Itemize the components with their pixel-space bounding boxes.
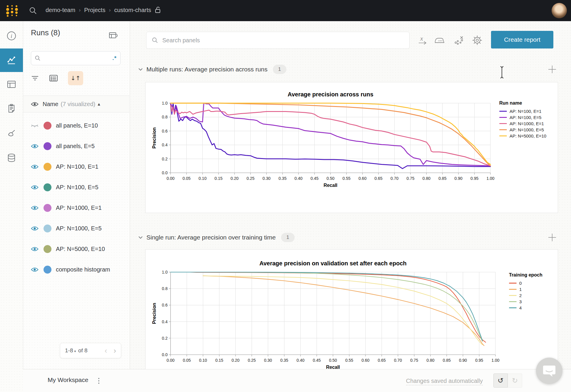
visibility-on-icon[interactable] bbox=[31, 247, 39, 252]
breadcrumb-projects[interactable]: Projects bbox=[84, 7, 105, 14]
run-row[interactable]: AP: N=1000, E=5 bbox=[23, 218, 129, 239]
support-chat-button[interactable] bbox=[536, 358, 562, 384]
visibility-on-icon[interactable] bbox=[31, 226, 39, 231]
search-icon bbox=[35, 55, 41, 61]
run-name: AP: N=5000, E=10 bbox=[56, 246, 105, 252]
sidebar-item-tables[interactable] bbox=[0, 75, 23, 94]
next-page-button[interactable]: › bbox=[113, 346, 116, 355]
panel-search-input[interactable] bbox=[162, 37, 404, 44]
visibility-off-icon[interactable] bbox=[31, 123, 39, 128]
breadcrumb-project-name[interactable]: custom-charts bbox=[114, 7, 151, 14]
breadcrumb-team[interactable]: demo-team bbox=[46, 7, 75, 14]
run-name: all panels, E=5 bbox=[56, 143, 95, 150]
run-row[interactable]: AP: N=1000, E=1 bbox=[23, 197, 129, 218]
redo-button[interactable]: ↻ bbox=[508, 373, 522, 388]
legend-label: 2 bbox=[519, 293, 522, 298]
add-panel-button[interactable] bbox=[547, 65, 557, 74]
visibility-on-icon[interactable] bbox=[31, 205, 39, 210]
series-line bbox=[183, 272, 486, 342]
chevron-down-icon[interactable] bbox=[138, 234, 143, 240]
expand-runs-table-button[interactable] bbox=[109, 32, 118, 39]
sort-ascending-icon: ▲ bbox=[98, 102, 100, 106]
wandb-dots-icon bbox=[5, 4, 19, 17]
svg-text:0.2: 0.2 bbox=[162, 336, 168, 341]
group-button[interactable] bbox=[49, 75, 58, 82]
undo-redo-group: ↺ ↻ bbox=[493, 373, 522, 388]
chart-panel-average-precision-across-runs[interactable]: Average precision across runs 0.000.050.… bbox=[145, 82, 558, 213]
legend-item: AP: N=100, E=5 bbox=[499, 114, 546, 120]
tick-labels: 0.000.050.100.150.200.250.300.350.400.45… bbox=[162, 101, 495, 181]
svg-text:0.25: 0.25 bbox=[246, 176, 254, 181]
chevron-down-icon[interactable] bbox=[138, 66, 143, 72]
wandb-logo[interactable] bbox=[5, 4, 19, 19]
svg-text:0.05: 0.05 bbox=[183, 176, 191, 181]
svg-text:1.00: 1.00 bbox=[486, 176, 494, 181]
iron-icon bbox=[434, 35, 445, 45]
legend-item: 1 bbox=[509, 286, 542, 292]
chart-legend: Run name AP: N=100, E=1AP: N=100, E=5AP:… bbox=[499, 100, 546, 139]
run-row[interactable]: AP: N=100, E=5 bbox=[23, 177, 129, 197]
legend-swatch bbox=[509, 295, 517, 296]
visibility-on-icon[interactable] bbox=[31, 144, 39, 149]
svg-text:0.25: 0.25 bbox=[248, 358, 256, 363]
section-title: Single run: Average precision over train… bbox=[146, 234, 276, 241]
legend-label: AP: N=100, E=5 bbox=[510, 115, 541, 120]
sort-button[interactable]: ↓↑ bbox=[68, 71, 83, 85]
run-row[interactable]: all panels, E=5 bbox=[23, 136, 129, 156]
legend-item: AP: N=1000, E=5 bbox=[499, 127, 546, 133]
x-axis-settings-button[interactable]: x bbox=[416, 33, 429, 47]
runs-name-column-header[interactable]: Name (7 visualized) ▲ bbox=[23, 96, 129, 113]
legend-label: AP: N=1000, E=1 bbox=[510, 121, 544, 126]
svg-text:1.0: 1.0 bbox=[162, 270, 168, 274]
svg-text:0.45: 0.45 bbox=[310, 176, 318, 181]
add-panel-button[interactable] bbox=[547, 233, 557, 242]
sidebar-item-overview[interactable]: i bbox=[0, 26, 23, 45]
run-color-dot bbox=[44, 183, 51, 191]
svg-text:0.55: 0.55 bbox=[343, 176, 350, 181]
outliers-settings-button[interactable] bbox=[452, 33, 466, 47]
run-row[interactable]: AP: N=100, E=1 bbox=[23, 156, 129, 177]
svg-text:0.90: 0.90 bbox=[455, 176, 463, 181]
sidebar-item-artifacts[interactable] bbox=[0, 148, 23, 167]
sidebar-item-sweeps[interactable] bbox=[0, 124, 23, 143]
svg-text:0.75: 0.75 bbox=[410, 358, 418, 363]
table-icon bbox=[7, 80, 16, 88]
section-header-single-run: Single run: Average precision over train… bbox=[138, 232, 295, 243]
run-color-dot bbox=[44, 163, 51, 171]
undo-button[interactable]: ↺ bbox=[493, 373, 508, 388]
legend-swatch bbox=[509, 301, 517, 302]
x-axis-title: Recall bbox=[323, 183, 337, 188]
run-row[interactable]: AP: N=5000, E=10 bbox=[23, 239, 129, 259]
workspace-settings-button[interactable] bbox=[470, 33, 484, 47]
x-axis-icon: x bbox=[417, 35, 428, 46]
regex-toggle[interactable]: .* bbox=[112, 55, 117, 61]
navbar-search-icon[interactable] bbox=[29, 6, 37, 16]
runs-search-input[interactable] bbox=[43, 55, 112, 62]
run-row[interactable]: all panels, E=10 bbox=[23, 115, 129, 136]
user-avatar[interactable] bbox=[552, 3, 567, 18]
svg-text:1.00: 1.00 bbox=[491, 358, 499, 363]
visibility-on-icon[interactable] bbox=[31, 267, 39, 272]
sidebar-item-charts[interactable] bbox=[0, 48, 23, 72]
prev-page-button[interactable]: ‹ bbox=[105, 346, 107, 355]
section-title: Multiple runs: Average precision across … bbox=[146, 66, 268, 73]
page-range-dropdown[interactable]: 1-8▾ bbox=[65, 347, 76, 354]
run-row[interactable]: composite histogram bbox=[23, 259, 129, 280]
visibility-on-icon[interactable] bbox=[31, 185, 39, 190]
filter-button[interactable] bbox=[31, 75, 39, 81]
panel-count-badge: 1 bbox=[281, 233, 295, 242]
legend-item: 3 bbox=[509, 299, 542, 305]
svg-text:0.45: 0.45 bbox=[313, 358, 321, 363]
clipboard-icon bbox=[7, 104, 16, 113]
visibility-on-icon[interactable] bbox=[31, 164, 39, 169]
svg-text:0.65: 0.65 bbox=[375, 176, 383, 181]
breadcrumb-separator: › bbox=[75, 7, 84, 13]
smoothing-settings-button[interactable] bbox=[433, 33, 446, 47]
panel-count-badge: 1 bbox=[273, 65, 286, 74]
legend-item: AP: N=100, E=1 bbox=[499, 108, 546, 114]
sidebar-item-notes[interactable] bbox=[0, 99, 23, 118]
workspace-menu-button[interactable] bbox=[96, 376, 102, 386]
svg-text:0.60: 0.60 bbox=[358, 176, 366, 181]
chart-svg: 0.000.050.100.150.200.250.300.350.400.45… bbox=[171, 272, 495, 355]
create-report-button[interactable]: Create report bbox=[491, 31, 553, 48]
